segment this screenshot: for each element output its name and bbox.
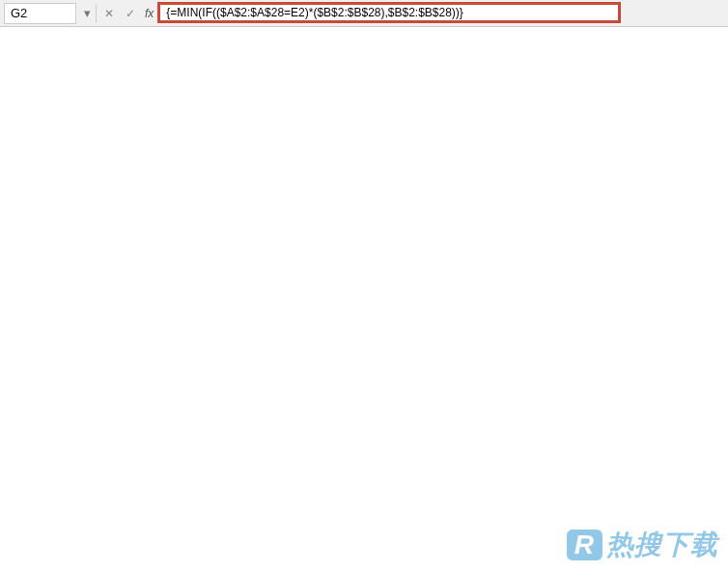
formula-bar: G2 ▾ ✕ ✓ fx {=MIN(IF(($A$2:$A$28=E2)*($B… bbox=[0, 0, 728, 27]
name-box-dropdown-icon[interactable]: ▾ bbox=[80, 6, 94, 20]
formula-input[interactable]: {=MIN(IF(($A$2:$A$28=E2)*($B$2:$B$28),$B… bbox=[157, 2, 621, 23]
accept-formula-icon[interactable]: ✓ bbox=[120, 3, 141, 24]
fx-icon[interactable]: fx bbox=[145, 7, 154, 20]
cancel-formula-icon[interactable]: ✕ bbox=[98, 3, 120, 24]
name-box[interactable]: G2 bbox=[4, 3, 76, 24]
